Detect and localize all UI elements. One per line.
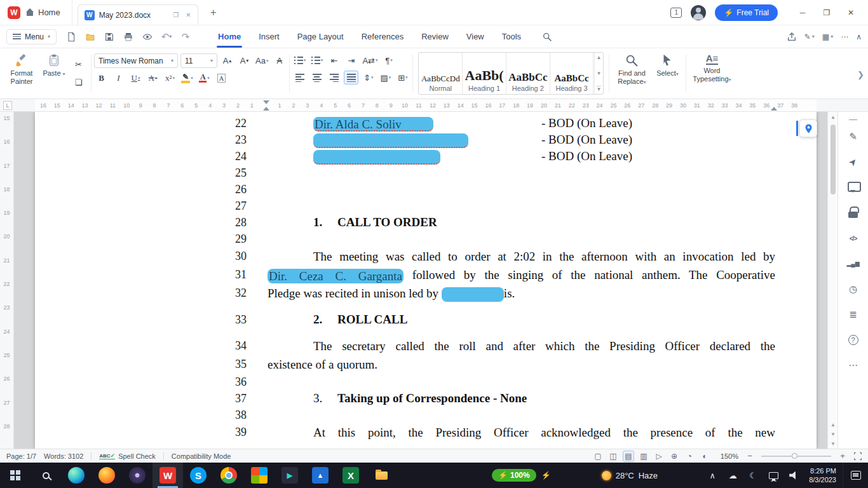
office-hub-taskbar-icon[interactable] (244, 463, 275, 488)
weather-widget[interactable]: 28°C Haze (602, 463, 658, 488)
line-spacing-button[interactable]: ⇕▾ (361, 71, 376, 85)
right-indent-marker[interactable] (771, 107, 777, 111)
doc-line-33[interactable]: 332.ROLL CALL (35, 311, 817, 328)
copy-button[interactable]: ❏ (71, 76, 86, 90)
night-light-icon[interactable]: ☾ (744, 463, 762, 488)
chrome-taskbar-icon[interactable] (214, 463, 244, 488)
find-replace-button[interactable]: Find and Replace▾ (612, 51, 651, 96)
document-page[interactable]: 22Dir. Alda C. Soliv- BOD (On Leave)23 -… (35, 112, 817, 449)
bold-button[interactable]: B (94, 71, 109, 85)
doc-line-32[interactable]: 32Pledge was recited in unison led by is… (35, 284, 817, 302)
apps-grid-dropdown[interactable]: ▦▾ (822, 32, 833, 41)
style-normal[interactable]: AaBbCcDdNormal (419, 53, 463, 94)
tab-view[interactable]: View (459, 28, 492, 45)
minimize-button[interactable]: ─ (790, 0, 815, 25)
align-right-button[interactable] (327, 71, 341, 85)
style-heading-2[interactable]: AaBbCcHeading 2 (506, 53, 550, 94)
print-preview-button[interactable] (139, 29, 156, 45)
firefox-taskbar-icon[interactable] (92, 463, 122, 488)
font-size-combo[interactable]: 11 ▾ (180, 53, 217, 68)
eye-protection-icon[interactable]: ◔ (684, 451, 695, 462)
document-tab[interactable]: W May 2023.docx ❐ ✕ (78, 4, 198, 25)
collapse-sidebar-icon[interactable]: — (849, 114, 857, 124)
tor-browser-taskbar-icon[interactable] (122, 463, 153, 488)
shading-button[interactable]: ▨▾ (378, 71, 393, 85)
doc-line-37[interactable]: 373.Taking up of Correspondence - None (35, 390, 817, 407)
next-page-icon[interactable]: ▼ (831, 431, 836, 437)
doc-line-28[interactable]: 281.CALL TO ORDER (35, 214, 817, 231)
zoom-slider[interactable] (761, 456, 831, 457)
tab-tools[interactable]: Tools (494, 28, 529, 45)
doc-line-25[interactable]: 25 (35, 165, 817, 181)
clear-format-button[interactable]: A (272, 54, 287, 68)
new-tab-button[interactable]: + (206, 5, 221, 20)
doc-line-26[interactable]: 26 (35, 181, 817, 198)
doc-line-22[interactable]: 22Dir. Alda C. Soliv- BOD (On Leave) (35, 115, 817, 132)
lock-icon[interactable] (846, 205, 861, 220)
paste-button[interactable]: Paste ▾ (39, 51, 69, 96)
justify-button[interactable] (344, 71, 358, 85)
styles-more-icon[interactable]: ▼ (597, 86, 602, 92)
location-pin-button[interactable] (799, 119, 817, 137)
free-trial-button[interactable]: ⚡ Free Trial (715, 4, 778, 21)
superscript-button[interactable]: x²▾ (163, 71, 177, 85)
doc-line-24[interactable]: 24 - BOD (On Leave) (35, 148, 817, 165)
search-icon[interactable] (539, 29, 555, 45)
zoom-slider-thumb[interactable] (792, 453, 797, 459)
tab-close-icon[interactable]: ✕ (184, 10, 192, 20)
scrollbar-thumb[interactable] (831, 125, 836, 194)
edit-mode-dropdown[interactable]: ✎▾ (804, 32, 815, 41)
tab-review[interactable]: Review (414, 28, 456, 45)
horizontal-ruler[interactable]: L 16151413121110987654321123456789101112… (0, 99, 868, 112)
styles-scroll-up-icon[interactable]: ▲ (597, 55, 602, 60)
doc-line-29[interactable]: 29 (35, 231, 817, 247)
workspace-home-tab[interactable]: W Home (0, 0, 72, 25)
print-layout-icon[interactable]: ▥ (638, 451, 649, 462)
help-icon[interactable]: ? (846, 332, 861, 348)
source-code-icon[interactable]: </> (846, 231, 861, 246)
change-case-button[interactable]: Aa▾ (254, 54, 269, 68)
doc-line-27[interactable]: 27 (35, 198, 817, 214)
edge-taskbar-icon[interactable] (61, 463, 92, 488)
font-name-combo[interactable]: Times New Roman ▾ (94, 53, 178, 68)
first-line-indent-marker[interactable] (263, 100, 269, 104)
underline-button[interactable]: U▾ (128, 71, 143, 85)
print-button[interactable] (120, 29, 137, 45)
comment-icon[interactable] (846, 180, 861, 195)
web-layout-icon[interactable]: ⊕ (668, 451, 680, 462)
zoom-value[interactable]: 150% (717, 452, 738, 460)
cut-button[interactable]: ✂ (71, 58, 86, 72)
doc-line-39[interactable]: 39At this point, the Presiding Officer a… (35, 423, 817, 442)
previous-page-icon[interactable]: ▲ (831, 422, 836, 428)
doc-line-31[interactable]: 31Dir. Ceza C. Garganta followed by the … (35, 266, 817, 284)
vertical-ruler[interactable]: 1516171819202122232425262728 (0, 112, 14, 449)
user-avatar[interactable] (691, 5, 706, 20)
more-toolbar-options[interactable]: ⋯ (841, 32, 848, 41)
doc-line-30[interactable]: 30The meeting was called to order at 2:0… (35, 247, 817, 266)
show-marks-button[interactable]: ¶▾ (382, 53, 397, 67)
read-layout-icon[interactable]: ▤ (623, 451, 634, 462)
chart-icon[interactable]: ▂▄▆ (846, 256, 861, 271)
more-icon[interactable]: ⋯ (846, 358, 861, 373)
night-mode-icon[interactable]: ◐ (699, 451, 710, 462)
wps-office-taskbar-icon[interactable]: W (153, 463, 183, 488)
close-button[interactable]: ✕ (839, 0, 863, 25)
network-icon[interactable] (764, 463, 782, 488)
notification-center-button[interactable] (843, 463, 868, 488)
play-presentation-icon[interactable]: ▷ (653, 451, 665, 462)
spell-check-button[interactable]: ABC✓ Spell Check (99, 452, 156, 460)
style-heading-3[interactable]: AaBbCcHeading 3 (550, 53, 594, 94)
maximize-button[interactable]: ❐ (815, 0, 839, 25)
save-button[interactable] (101, 29, 118, 45)
zoom-in-button[interactable]: + (837, 451, 848, 461)
taskbar-clock[interactable]: 8:26 PM 8/3/2023 (803, 463, 843, 488)
battery-indicator[interactable]: ⚡100% (492, 469, 536, 482)
history-icon[interactable]: ◷ (846, 281, 861, 297)
start-taskbar-icon[interactable] (0, 463, 31, 488)
doc-line-38[interactable]: 38 (35, 407, 817, 423)
strikethrough-button[interactable]: A▾ (146, 71, 160, 85)
media-app-taskbar-icon[interactable]: ▶ (275, 463, 305, 488)
open-file-button[interactable] (82, 29, 98, 45)
word-count[interactable]: Words: 3102 (44, 452, 83, 460)
page-indicator[interactable]: Page: 1/7 (6, 452, 36, 460)
